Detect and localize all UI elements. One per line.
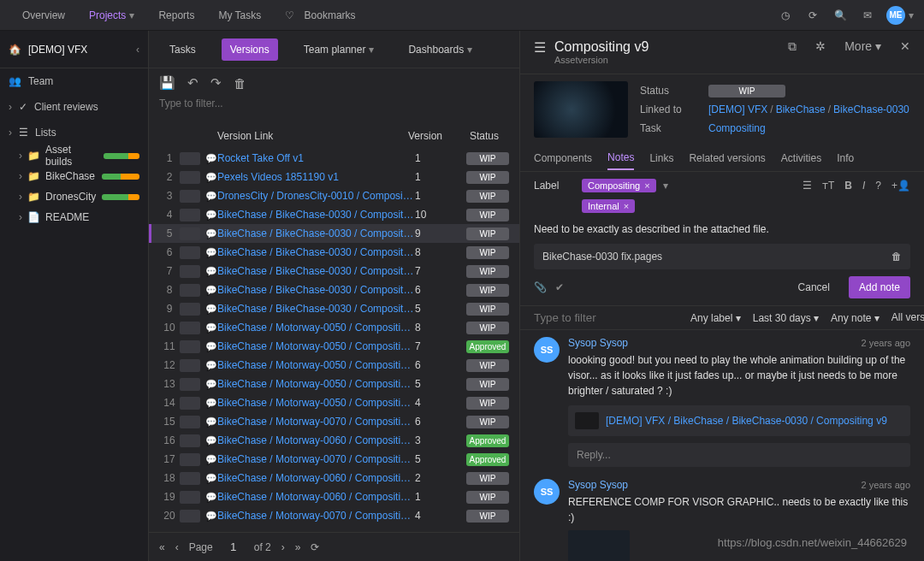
remove-label-icon[interactable]: × (644, 180, 649, 191)
redo-icon[interactable]: ↷ (210, 75, 222, 91)
status-badge[interactable]: WIP (466, 190, 509, 203)
version-link[interactable]: BikeChase / Motorway-0050 / Compositing … (217, 378, 415, 390)
table-row[interactable]: 1💬Rocket Take Off v11WIP (149, 149, 519, 168)
bold-icon[interactable]: B (844, 180, 852, 192)
version-link[interactable]: BikeChase / BikeChase-0030 / Compositing… (217, 209, 415, 221)
sb-asset-builds[interactable]: ›📁Asset builds (0, 145, 148, 166)
version-link[interactable]: BikeChase / Motorway-0070 / Compositing … (217, 416, 415, 428)
status-badge[interactable]: WIP (708, 85, 785, 97)
table-row[interactable]: 2💬Pexels Videos 1851190 v11WIP (149, 168, 519, 186)
table-row[interactable]: 4💬BikeChase / BikeChase-0030 / Compositi… (149, 205, 519, 224)
status-badge[interactable]: WIP (466, 378, 509, 391)
version-link[interactable]: DronesCity / DronesCity-0010 / Compositi… (217, 190, 415, 202)
page-prev-icon[interactable]: ‹ (175, 541, 179, 553)
status-badge[interactable]: Approved (466, 453, 509, 466)
sync-icon[interactable]: ⟳ (799, 0, 826, 31)
version-link[interactable]: BikeChase / Motorway-0070 / Compositing … (217, 510, 415, 522)
nav-bookmarks[interactable]: ♡ Bookmarks (273, 0, 367, 31)
status-badge[interactable]: Approved (466, 340, 509, 353)
status-badge[interactable]: WIP (466, 209, 509, 221)
approve-icon[interactable]: ✔ (555, 281, 564, 293)
dtab-links[interactable]: Links (649, 147, 673, 169)
table-row[interactable]: 14💬BikeChase / Motorway-0050 / Compositi… (149, 393, 519, 412)
version-link[interactable]: Rocket Take Off v1 (217, 152, 415, 164)
italic-icon[interactable]: I (862, 180, 865, 192)
delete-icon[interactable]: 🗑 (234, 76, 246, 91)
remove-label-icon[interactable]: × (624, 201, 629, 211)
text-size-icon[interactable]: ᴛT (822, 180, 834, 192)
status-badge[interactable]: WIP (466, 510, 509, 523)
version-link[interactable]: BikeChase / Motorway-0050 / Compositing … (217, 359, 415, 371)
version-link[interactable]: BikeChase / Motorway-0060 / Compositing … (217, 491, 415, 503)
search-icon[interactable]: 🔍 (826, 0, 854, 31)
label-chip[interactable]: Internal× (582, 199, 635, 213)
dtab-notes[interactable]: Notes (607, 146, 634, 170)
nav-projects[interactable]: Projects▾ (77, 0, 146, 31)
status-badge[interactable]: WIP (466, 322, 509, 334)
undo-icon[interactable]: ↶ (187, 75, 198, 91)
attach-icon[interactable]: 📎 (534, 281, 547, 293)
bullet-list-icon[interactable]: ☰ (803, 180, 812, 192)
version-link[interactable]: BikeChase / BikeChase-0030 / Compositing… (217, 227, 415, 239)
sb-client-reviews[interactable]: ›✓Client reviews (0, 94, 148, 120)
label-dropdown-icon[interactable]: ▾ (663, 180, 668, 192)
help-icon[interactable]: ? (875, 180, 881, 192)
table-row[interactable]: 3💬DronesCity / DronesCity-0010 / Composi… (149, 186, 519, 205)
nav-reports[interactable]: Reports (146, 0, 206, 31)
version-link[interactable]: BikeChase / Motorway-0060 / Compositing … (217, 472, 415, 484)
status-badge[interactable]: WIP (466, 152, 509, 165)
col-version-link[interactable]: Version Link (217, 130, 408, 142)
status-badge[interactable]: WIP (466, 472, 509, 485)
page-first-icon[interactable]: « (159, 541, 165, 553)
table-row[interactable]: 15💬BikeChase / Motorway-0070 / Compositi… (149, 412, 519, 431)
table-row[interactable]: 20💬BikeChase / Motorway-0070 / Compositi… (149, 506, 519, 525)
version-link[interactable]: BikeChase / BikeChase-0030 / Compositing… (217, 303, 415, 315)
settings-icon[interactable]: ✲ (815, 39, 826, 53)
linked-version[interactable]: [DEMO] VFX / BikeChase / BikeChase-0030 … (568, 405, 910, 436)
task-link[interactable]: Compositing (708, 122, 766, 134)
status-badge[interactable]: Approved (466, 434, 509, 447)
table-row[interactable]: 17💬BikeChase / Motorway-0070 / Compositi… (149, 450, 519, 469)
add-note-button[interactable]: Add note (849, 276, 910, 298)
status-badge[interactable]: WIP (466, 171, 509, 184)
filter-note[interactable]: Any note ▾ (831, 312, 880, 324)
cancel-button[interactable]: Cancel (788, 276, 840, 298)
table-row[interactable]: 13💬BikeChase / Motorway-0050 / Compositi… (149, 375, 519, 393)
table-row[interactable]: 11💬BikeChase / Motorway-0050 / Compositi… (149, 337, 519, 356)
inbox-icon[interactable]: ✉ (854, 0, 881, 31)
comment-author[interactable]: Sysop Sysop (568, 479, 628, 491)
table-row[interactable]: 10💬BikeChase / Motorway-0050 / Compositi… (149, 318, 519, 337)
page-next-icon[interactable]: › (281, 541, 285, 553)
filter-versions[interactable]: All versions ✓ (891, 311, 924, 324)
version-link[interactable]: BikeChase / Motorway-0050 / Compositing … (217, 322, 415, 334)
status-badge[interactable]: WIP (466, 491, 509, 504)
dtab-activities[interactable]: Activities (781, 147, 821, 169)
comment-author[interactable]: Sysop Sysop (568, 337, 628, 349)
close-icon[interactable]: ✕ (900, 39, 910, 53)
col-version[interactable]: Version (408, 130, 459, 142)
page-refresh-icon[interactable]: ⟳ (311, 541, 319, 553)
table-row[interactable]: 7💬BikeChase / BikeChase-0030 / Compositi… (149, 262, 519, 280)
status-badge[interactable]: WIP (466, 359, 509, 372)
status-badge[interactable]: WIP (466, 246, 509, 259)
col-status[interactable]: Status (459, 130, 509, 142)
sb-lists[interactable]: ›☰Lists (0, 120, 148, 145)
home-icon[interactable]: 🏠 (9, 44, 21, 56)
status-badge[interactable]: WIP (466, 284, 509, 297)
sb-team[interactable]: 👥Team (0, 68, 148, 94)
status-badge[interactable]: WIP (466, 397, 509, 410)
version-link[interactable]: BikeChase / Motorway-0050 / Compositing … (217, 340, 415, 352)
sb-dronescity[interactable]: ›📁DronesCity (0, 186, 148, 207)
status-badge[interactable]: WIP (466, 227, 509, 240)
table-row[interactable]: 6💬BikeChase / BikeChase-0030 / Compositi… (149, 243, 519, 262)
note-body[interactable]: Need to be exactly as described in the a… (520, 220, 924, 244)
status-badge[interactable]: WIP (466, 416, 509, 428)
label-chip[interactable]: Compositing× (582, 179, 656, 192)
save-icon[interactable]: 💾 (159, 75, 175, 91)
collapse-icon[interactable]: ‹ (136, 44, 139, 56)
open-external-icon[interactable]: ⧉ (788, 39, 797, 54)
sb-readme[interactable]: ›📄README (0, 207, 148, 227)
reply-input[interactable]: Reply... (568, 443, 910, 467)
dtab-components[interactable]: Components (534, 147, 592, 169)
tab-team-planner[interactable]: Team planner▾ (295, 38, 383, 61)
